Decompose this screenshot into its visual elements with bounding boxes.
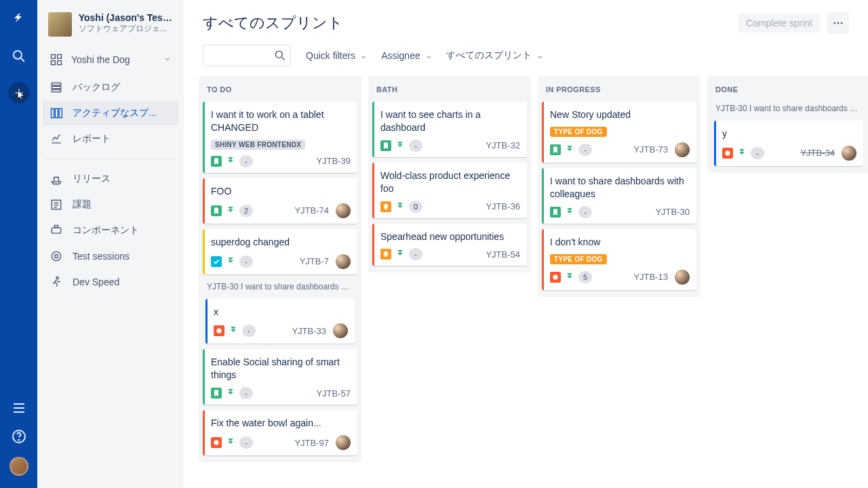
issue-card[interactable]: I don't knowTYPE OF DOG5YJTB-13: [542, 229, 696, 290]
svg-rect-7: [52, 83, 60, 85]
priority-icon: [565, 207, 574, 217]
assignee-avatar[interactable]: [336, 435, 351, 450]
assignee-dropdown[interactable]: Assignee: [381, 50, 431, 61]
sidebar-item-backlog[interactable]: バックログ: [43, 75, 178, 100]
more-actions-button[interactable]: [827, 12, 849, 34]
issue-card[interactable]: New Story updatedTYPE OF DOG-YJTB-73: [542, 102, 696, 163]
issue-card[interactable]: FOO2YJTB-74: [203, 178, 357, 224]
svg-rect-9: [52, 89, 60, 92]
svg-rect-14: [52, 228, 60, 233]
swimlane-header[interactable]: YJTB-30 I want to share dashboards wi...: [203, 280, 357, 293]
issue-title: y: [722, 127, 856, 140]
sidebar-divider: [45, 159, 176, 159]
project-header[interactable]: Yoshi (Jason's Test ... ソフトウェアプロジェ...: [43, 12, 178, 45]
issue-card[interactable]: I want it to work on a tablet CHANGEDSHI…: [203, 102, 357, 173]
story-type-icon: [211, 156, 222, 167]
sidebar-item-components[interactable]: コンポーネント: [43, 218, 178, 243]
sidebar-item-dev-speed[interactable]: Dev Speed: [43, 270, 178, 294]
issue-key: YJTB-7: [300, 256, 329, 266]
estimate-badge: -: [242, 325, 256, 337]
main-content: すべてのスプリント Complete sprint Quick filters …: [184, 0, 868, 488]
board-search[interactable]: [203, 45, 291, 66]
sidebar-item-issues[interactable]: 課題: [43, 192, 178, 217]
issue-label: TYPE OF DOG: [550, 127, 607, 137]
issue-card[interactable]: Spearhead new opportunities-YJTB-54: [372, 224, 527, 266]
board-header: すべてのスプリント Complete sprint: [184, 0, 868, 38]
complete-sprint-button[interactable]: Complete sprint: [738, 14, 821, 33]
svg-rect-6: [58, 61, 62, 65]
kanban-board[interactable]: TO DOI want it to work on a tablet CHANG…: [184, 76, 868, 488]
estimate-badge: 2: [239, 205, 253, 217]
issue-key: YJTB-54: [486, 249, 520, 260]
assignee-avatar[interactable]: [333, 323, 348, 338]
menu-icon[interactable]: [11, 400, 27, 416]
assignee-avatar[interactable]: [675, 142, 690, 157]
issue-key: YJTB-34: [800, 148, 835, 158]
help-icon[interactable]: [11, 428, 27, 445]
issue-key: YJTB-30: [655, 207, 690, 217]
search-icon: [273, 49, 287, 62]
assignee-avatar[interactable]: [842, 146, 856, 161]
sidebar-item-test-sessions[interactable]: Test sessions: [43, 244, 178, 268]
backlog-icon: [50, 81, 63, 94]
svg-point-22: [275, 51, 282, 58]
svg-rect-4: [58, 55, 62, 59]
svg-point-21: [841, 22, 843, 24]
sidebar-item-label: コンポーネント: [73, 224, 139, 237]
card-footer: 0YJTB-36: [380, 201, 520, 213]
quick-filters-dropdown[interactable]: Quick filters: [306, 50, 366, 61]
assignee-avatar[interactable]: [675, 270, 690, 285]
board-column: BATHI want to see charts in a dashboard-…: [368, 76, 531, 272]
chevron-down-icon: [536, 52, 542, 59]
columns-icon: [50, 106, 63, 120]
svg-point-16: [52, 251, 60, 260]
issue-card[interactable]: y-YJTB-34: [714, 121, 863, 166]
issue-card[interactable]: Fix the water bowl again...-YJTB-97: [203, 410, 357, 455]
priority-icon: [226, 438, 235, 447]
sidebar-item-active-sprints[interactable]: アクティブなスプ...: [43, 101, 178, 125]
swimlane-header[interactable]: YJTB-30 I want to share dashboards wit..…: [711, 102, 866, 115]
estimate-badge: 0: [409, 201, 422, 213]
board-column: IN PROGRESSNew Story updatedTYPE OF DOG-…: [538, 76, 701, 297]
idea-type-icon: [380, 249, 391, 260]
assignee-avatar[interactable]: [336, 254, 351, 269]
priority-icon: [395, 202, 405, 211]
story-type-icon: [380, 140, 391, 151]
issue-card[interactable]: Enable Social sharing of smart things-YJ…: [203, 349, 357, 405]
estimate-badge: -: [578, 144, 592, 156]
assignee-avatar[interactable]: [336, 203, 351, 218]
card-stripe: [542, 229, 544, 290]
sprint-dropdown[interactable]: すべてのスプリント: [446, 49, 542, 62]
issue-card[interactable]: x-YJTB-33: [205, 299, 355, 344]
svg-rect-5: [52, 61, 56, 65]
sidebar-item-releases[interactable]: リリース: [43, 167, 178, 191]
jira-logo[interactable]: [11, 12, 27, 30]
sidebar-item-reports[interactable]: レポート: [43, 127, 178, 151]
chevron-down-icon: [359, 52, 366, 59]
board-selector[interactable]: Yoshi the Dog: [43, 47, 178, 72]
estimate-badge: 5: [578, 271, 592, 283]
search-icon[interactable]: [11, 48, 27, 64]
svg-rect-3: [52, 55, 56, 59]
issue-label: TYPE OF DOG: [550, 254, 607, 264]
issue-card[interactable]: Wold-class product experience foo0YJTB-3…: [372, 163, 527, 218]
global-add-button[interactable]: [8, 82, 30, 104]
issue-key: YJTB-36: [486, 201, 520, 211]
bug-type-icon: [211, 437, 222, 448]
story-type-icon: [211, 205, 222, 216]
target-icon: [50, 249, 63, 263]
priority-icon: [226, 157, 235, 166]
board-filters: Quick filters Assignee すべてのスプリント: [184, 38, 868, 76]
priority-icon: [226, 257, 235, 266]
issue-card[interactable]: superdog changed-YJTB-7: [203, 229, 357, 274]
issue-key: YJTB-97: [294, 438, 329, 448]
issue-card[interactable]: I want to see charts in a dashboard-YJTB…: [372, 102, 527, 157]
issue-key: YJTB-39: [316, 156, 351, 166]
reports-icon: [50, 132, 63, 146]
estimate-badge: -: [239, 155, 253, 167]
issue-title: FOO: [211, 185, 351, 198]
profile-avatar[interactable]: [9, 457, 28, 476]
priority-icon: [395, 249, 405, 259]
column-header: BATH: [372, 83, 527, 96]
issue-card[interactable]: I want to share dashboards with colleagu…: [542, 168, 696, 224]
